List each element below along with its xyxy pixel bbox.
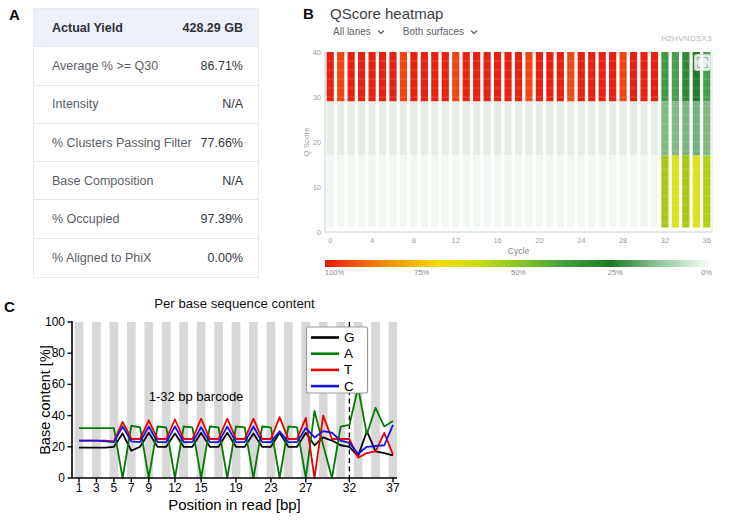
heatmap-cell-band — [546, 102, 553, 156]
heatmap-cell-band — [484, 102, 491, 156]
panel-c-label: C — [4, 298, 15, 315]
colorbar-label: 0% — [701, 268, 712, 277]
heatmap-cell-band — [693, 102, 700, 156]
x-tick-label: 0 — [328, 236, 332, 245]
metric-label: % Aligned to PhiX — [52, 251, 151, 265]
heatmap-cell-band — [389, 52, 396, 102]
background-stripe — [127, 322, 136, 478]
x-tick-label: 12 — [452, 236, 460, 245]
legend-label-G: G — [344, 330, 355, 345]
heatmap-cell-band — [536, 156, 543, 228]
table-row: % Aligned to PhiX0.00% — [34, 239, 258, 277]
metric-value: 86.71% — [201, 59, 243, 73]
metric-value: N/A — [222, 174, 243, 188]
barcode-annotation: 1-32 bp barcode — [149, 389, 244, 404]
legend-label-C: C — [344, 379, 354, 394]
heatmap-cell-band — [400, 52, 407, 102]
background-stripe — [75, 322, 84, 478]
heatmap-cell-band — [442, 102, 449, 156]
legend: GATC — [307, 327, 368, 394]
heatmap-cell-band — [421, 102, 428, 156]
background-stripe — [110, 322, 119, 478]
heatmap-cell-band — [672, 52, 679, 102]
background-stripe — [267, 322, 276, 478]
x-tick-label: 16 — [493, 236, 501, 245]
heatmap-cell-band — [599, 156, 606, 228]
heatmap-cell-band — [578, 156, 585, 228]
heatmap-cell-band — [410, 156, 417, 228]
heatmap-cell-band — [463, 52, 470, 102]
heatmap-cell-band — [651, 156, 658, 228]
x-axis-label: Position in read [bp] — [168, 496, 301, 513]
metric-value: 97.39% — [201, 212, 243, 226]
heatmap-cell-band — [379, 156, 386, 228]
heatmap-cell-band — [473, 102, 480, 156]
metric-value: 77.66% — [201, 136, 243, 150]
y-tick-label: 0 — [317, 228, 321, 237]
x-tick-label: 23 — [264, 481, 278, 495]
heatmap-cell-band — [567, 52, 574, 102]
x-tick-label: 3 — [93, 481, 100, 495]
heatmap-cell-band — [567, 156, 574, 228]
figure: A Actual Yield428.29 GBAverage % >= Q308… — [0, 0, 741, 520]
heatmap-cell-band — [337, 102, 344, 156]
heatmap-cell-band — [421, 52, 428, 102]
lanes-filter-dropdown[interactable]: All lanes — [333, 26, 385, 37]
heatmap-cell-band — [379, 102, 386, 156]
expand-icon[interactable] — [695, 55, 711, 71]
x-tick-label: 5 — [111, 481, 118, 495]
y-tick-label: 20 — [313, 138, 321, 147]
metric-label: Base Composition — [52, 174, 153, 188]
colorbar-label: 75% — [414, 268, 429, 277]
heatmap-cell-band — [588, 156, 595, 228]
heatmap-cell-band — [358, 52, 365, 102]
heatmap-cell-band — [640, 102, 647, 156]
y-tick-label: 100 — [45, 315, 65, 329]
panel-a-label: A — [9, 6, 20, 23]
panel-b-label: B — [303, 5, 314, 22]
y-tick-label: 40 — [52, 409, 66, 423]
heatmap-cell-band — [431, 156, 438, 228]
x-tick-label: 1 — [76, 481, 83, 495]
heatmap-cell-band — [504, 156, 511, 228]
heatmap-cell-band — [609, 102, 616, 156]
heatmap-cell-band — [525, 102, 532, 156]
heatmap-cell-band — [400, 102, 407, 156]
y-tick-label: 10 — [313, 183, 321, 192]
metric-value: N/A — [222, 97, 243, 111]
heatmap-cell-band — [494, 156, 501, 228]
heatmap-cell-band — [525, 52, 532, 102]
y-tick-label: 60 — [52, 377, 66, 391]
heatmap-cell-band — [400, 156, 407, 228]
heatmap-cell-band — [609, 156, 616, 228]
background-stripe — [92, 322, 101, 478]
heatmap-cell-band — [619, 156, 626, 228]
heatmap-cell-band — [368, 52, 375, 102]
heatmap-cell-band — [327, 52, 334, 102]
heatmap-cell-band — [473, 156, 480, 228]
surfaces-filter-dropdown[interactable]: Both surfaces — [403, 26, 478, 37]
heatmap-cell-band — [452, 102, 459, 156]
heatmap-cell-band — [536, 52, 543, 102]
colorbar-gradient — [325, 260, 712, 267]
x-tick-label: 32 — [343, 481, 357, 495]
heatmap-cell-band — [557, 52, 564, 102]
x-tick-label: 8 — [412, 236, 416, 245]
x-tick-label: 32 — [661, 236, 669, 245]
heatmap-cell-band — [452, 52, 459, 102]
heatmap-cell-band — [661, 52, 668, 102]
heatmap-cell-band — [410, 102, 417, 156]
heatmap-cell-band — [327, 156, 334, 228]
heatmap-cell-band — [368, 102, 375, 156]
heatmap-cell-band — [682, 52, 689, 102]
heatmap-cell-band — [557, 102, 564, 156]
heatmap-cell-band — [515, 156, 522, 228]
heatmap-cell-band — [515, 102, 522, 156]
heatmap-cell-band — [484, 156, 491, 228]
metric-value: 428.29 GB — [183, 21, 243, 35]
heatmap-cell-band — [525, 156, 532, 228]
heatmap-cell-band — [348, 156, 355, 228]
qscore-heatmap-chart: 010203040Q Score04812162024283236Cycle10… — [300, 44, 736, 284]
y-tick-label: 40 — [313, 48, 321, 57]
heatmap-cell-band — [630, 102, 637, 156]
